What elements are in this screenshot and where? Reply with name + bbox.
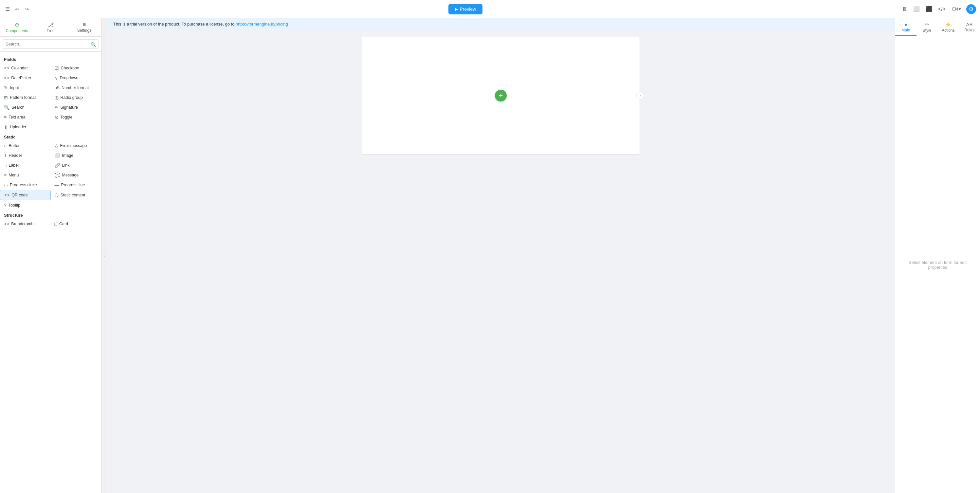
component-progress-circle[interactable]: ◌ Progress circle [0, 180, 51, 190]
checkbox-icon: ☑ [55, 65, 59, 71]
component-breadcrumb[interactable]: >> Breadcrumb [0, 219, 51, 229]
tree-tab-icon: ⎇ [48, 22, 54, 28]
trial-banner: This is a trial version of the product. … [107, 18, 895, 30]
sidebar-tabs: ⊕ Components ⎇ Tree ≡ Settings [0, 18, 101, 37]
radio-group-icon: ◎ [55, 95, 59, 100]
component-search[interactable]: 🔍 Search [0, 102, 51, 112]
component-radio-group[interactable]: ◎ Radio group [51, 93, 102, 102]
button-icon: ○ [4, 143, 6, 148]
search-wrap: 🔍 [3, 39, 99, 49]
component-checkbox[interactable]: ☑ Checkbox [51, 63, 102, 73]
component-button[interactable]: ○ Button [0, 141, 51, 151]
right-panel: ● Main ✏ Style ⚡ Actions AB Rules Select… [895, 18, 980, 493]
components-tab-icon: ⊕ [15, 22, 19, 28]
undo-button[interactable]: ↩ [14, 5, 21, 13]
mobile-view-button[interactable]: ⬛ [924, 5, 934, 13]
component-error-message[interactable]: △ Error message [51, 141, 102, 151]
search-field-icon: 🔍 [4, 105, 10, 110]
component-menu[interactable]: ≡ Menu [0, 170, 51, 180]
tab-main[interactable]: ● Main [895, 18, 916, 36]
select-hint: Select element on form for edit properti… [902, 260, 974, 270]
style-tab-icon: ✏ [925, 22, 929, 27]
topbar-left: ☰ ↩ ↪ [4, 5, 30, 13]
add-element-button[interactable]: + [495, 90, 507, 102]
component-label[interactable]: □ Label [0, 161, 51, 170]
tooltip-icon: ? [4, 203, 6, 208]
component-card[interactable]: □ Card [51, 219, 102, 229]
language-selector[interactable]: EN ▾ [950, 5, 963, 13]
component-progress-line[interactable]: — Progress line [51, 180, 102, 190]
redo-button[interactable]: ↪ [23, 5, 30, 13]
main-tab-icon: ● [904, 22, 907, 27]
component-header[interactable]: T Header [0, 151, 51, 161]
right-panel-content: Select element on form for edit properti… [895, 37, 980, 493]
static-section-label: Static [0, 132, 101, 141]
desktop-view-button[interactable]: 🖥 [901, 5, 908, 13]
form-canvas: + › [362, 37, 640, 154]
preview-button[interactable]: Preview [449, 4, 483, 14]
topbar-center: Preview [33, 4, 898, 14]
settings-button[interactable]: ⚙ [966, 4, 976, 14]
toggle-icon: ⊙ [55, 115, 59, 120]
calendar-icon: <> [4, 65, 9, 71]
search-input[interactable] [3, 39, 99, 49]
qr-code-icon: <> [4, 192, 10, 198]
component-pattern-format[interactable]: ⊞ Pattern format [0, 93, 51, 102]
main-layout: ⊕ Components ⎇ Tree ≡ Settings 🔍 Fields [0, 18, 980, 493]
rules-tab-icon: AB [966, 22, 973, 27]
signature-icon: ✏ [55, 105, 59, 110]
component-static-content[interactable]: ⬡ Static content [51, 190, 102, 200]
tab-style[interactable]: ✏ Style [916, 18, 938, 36]
message-icon: 💬 [55, 173, 60, 178]
component-link[interactable]: 🔗 Link [51, 161, 102, 170]
component-tooltip[interactable]: ? Tooltip [0, 200, 51, 210]
pattern-format-icon: ⊞ [4, 95, 8, 100]
tablet-view-button[interactable]: ⬜ [912, 5, 921, 13]
tab-settings[interactable]: ≡ Settings [67, 18, 101, 37]
sidebar-search-area: 🔍 [0, 37, 101, 52]
fields-section-label: Fields [0, 54, 101, 63]
component-list: Fields <> Calendar ☑ Checkbox <> DatePic… [0, 52, 101, 493]
component-toggle[interactable]: ⊙ Toggle [51, 112, 102, 122]
number-format-icon: а5 [55, 85, 60, 91]
component-input[interactable]: ✎ Input [0, 83, 51, 93]
right-panel-tabs: ● Main ✏ Style ⚡ Actions AB Rules [895, 18, 980, 37]
uploader-icon: ⬆ [4, 124, 8, 130]
component-message[interactable]: 💬 Message [51, 170, 102, 180]
sidebar-collapse-button[interactable]: ‹ [102, 18, 107, 493]
tab-rules[interactable]: AB Rules [959, 18, 980, 36]
progress-line-icon: — [55, 182, 59, 188]
breadcrumb-icon: >> [4, 221, 9, 227]
canvas-scroll[interactable]: + › [107, 30, 895, 493]
actions-tab-icon: ⚡ [945, 22, 951, 27]
component-uploader[interactable]: ⬆ Uploader [0, 122, 51, 132]
tab-components[interactable]: ⊕ Components [0, 18, 34, 37]
component-signature[interactable]: ✏ Signature [51, 102, 102, 112]
topbar-right: 🖥 ⬜ ⬛ </> EN ▾ ⚙ [901, 4, 976, 14]
component-qr-code[interactable]: <> QR code [0, 190, 51, 200]
component-dropdown[interactable]: ∨ Dropdown [51, 73, 102, 83]
structure-section-label: Structure [0, 210, 101, 219]
pricing-link[interactable]: https://formengine.io/pricing [235, 22, 288, 27]
component-image[interactable]: ⬜ Image [51, 151, 102, 161]
static-grid: ○ Button △ Error message T Header ⬜ Imag… [0, 141, 101, 210]
component-calendar[interactable]: <> Calendar [0, 63, 51, 73]
menu-button[interactable]: ☰ [4, 5, 11, 13]
image-icon: ⬜ [55, 153, 60, 158]
topbar: ☰ ↩ ↪ Preview 🖥 ⬜ ⬛ </> EN ▾ ⚙ [0, 0, 980, 18]
component-text-area[interactable]: ≡ Text area [0, 112, 51, 122]
settings-tab-icon: ≡ [83, 22, 86, 27]
canvas-expand-arrow[interactable]: › [636, 92, 644, 100]
tab-actions[interactable]: ⚡ Actions [938, 18, 959, 36]
search-icon: 🔍 [91, 41, 96, 46]
sidebar: ⊕ Components ⎇ Tree ≡ Settings 🔍 Fields [0, 18, 102, 493]
static-content-icon: ⬡ [55, 192, 59, 198]
component-datepicker[interactable]: <> DatePicker [0, 73, 51, 83]
component-number-format[interactable]: а5 Number format [51, 83, 102, 93]
code-view-button[interactable]: </> [937, 5, 947, 13]
tab-tree[interactable]: ⎇ Tree [34, 18, 67, 37]
dropdown-icon: ∨ [55, 75, 58, 81]
canvas-area: This is a trial version of the product. … [107, 18, 895, 493]
label-icon: □ [4, 163, 6, 168]
link-icon: 🔗 [55, 163, 60, 168]
